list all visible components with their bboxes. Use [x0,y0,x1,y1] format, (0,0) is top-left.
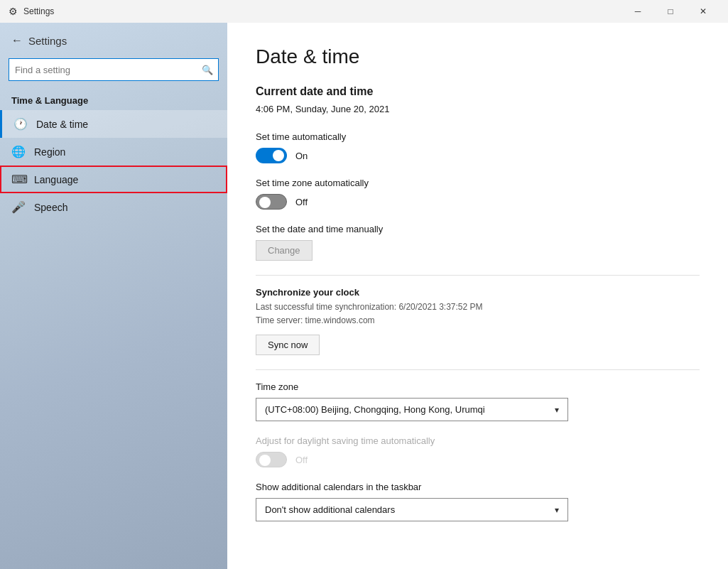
sync-last-sync: Last successful time synchronization: 6/… [256,300,700,314]
sync-now-button[interactable]: Sync now [256,335,320,355]
toggle-thumb [273,150,284,161]
search-icon: 🔍 [202,65,213,75]
calendars-chevron-down-icon: ▾ [555,505,559,515]
speech-icon: 🎤 [11,200,26,214]
minimize-button[interactable]: ─ [621,0,654,23]
search-input[interactable] [9,58,219,81]
sidebar-item-region[interactable]: 🌐 Region [0,138,227,166]
daylight-toggle-row: Off [256,452,700,467]
globe-icon: 🌐 [11,145,26,158]
clock-icon: 🕐 [13,117,28,131]
change-button: Change [256,240,313,261]
timezone-label: Time zone [256,381,700,392]
back-button[interactable]: ← Settings [0,28,227,53]
set-timezone-auto-row: Set time zone automatically Off [256,178,700,210]
sidebar-item-label-region: Region [34,146,65,158]
additional-calendars-row: Show additional calendars in the taskbar… [256,482,700,521]
set-timezone-auto-status: Off [295,197,308,207]
current-date-title: Current date and time [256,85,700,98]
sidebar-item-label-speech: Speech [34,202,67,213]
daylight-toggle[interactable] [256,452,287,467]
sync-clock-title: Synchronize your clock [256,287,700,298]
additional-calendars-label: Show additional calendars in the taskbar [256,482,700,492]
sidebar-item-language[interactable]: ⌨ Language [0,166,227,193]
sidebar-item-label-date-time: Date & time [36,119,88,130]
set-timezone-auto-toggle[interactable] [256,194,287,210]
sidebar-item-label-language: Language [34,174,78,185]
daylight-toggle-thumb [259,455,271,466]
set-time-auto-toggle[interactable] [256,148,287,163]
additional-calendars-dropdown[interactable]: Don't show additional calendars ▾ [256,498,568,521]
back-arrow-icon: ← [11,34,23,47]
sync-info-1: Last successful time synchronization: 6/… [256,300,700,327]
close-button[interactable]: ✕ [687,0,719,23]
title-bar: ⚙ Settings ─ □ ✕ [0,0,728,23]
sidebar: ← Settings 🔍 Time & Language 🕐 Date & ti… [0,23,227,569]
timezone-dropdown[interactable]: (UTC+08:00) Beijing, Chongqing, Hong Kon… [256,398,568,421]
daylight-label: Adjust for daylight saving time automati… [256,435,700,446]
sidebar-item-date-time[interactable]: 🕐 Date & time [0,110,227,138]
set-timezone-auto-label: Set time zone automatically [256,178,700,188]
search-container: 🔍 [9,58,219,81]
language-icon: ⌨ [11,173,26,186]
daylight-row: Adjust for daylight saving time automati… [256,435,700,467]
chevron-down-icon: ▾ [555,405,559,415]
divider-2 [256,369,700,370]
sidebar-item-speech[interactable]: 🎤 Speech [0,193,227,221]
timezone-value: (UTC+08:00) Beijing, Chongqing, Hong Kon… [265,404,485,415]
maximize-button[interactable]: □ [654,0,687,23]
set-time-auto-label: Set time automatically [256,131,700,142]
set-time-auto-status: On [295,151,308,161]
set-time-auto-row: Set time automatically On [256,131,700,163]
settings-icon: ⚙ [9,6,18,17]
app-body: ← Settings 🔍 Time & Language 🕐 Date & ti… [0,23,728,569]
window-controls: ─ □ ✕ [621,0,719,23]
daylight-status: Off [295,455,308,465]
set-timezone-auto-toggle-row: Off [256,194,700,210]
content-area: Date & time Current date and time 4:06 P… [227,23,728,569]
toggle-thumb-tz [259,197,271,208]
sidebar-app-title: Settings [28,35,67,47]
set-manual-row: Set the date and time manually Change [256,224,700,261]
title-bar-title: Settings [23,6,621,16]
page-title: Date & time [256,45,700,68]
additional-calendars-value: Don't show additional calendars [265,504,395,515]
timezone-row: Time zone (UTC+08:00) Beijing, Chongqing… [256,381,700,421]
sync-clock-row: Synchronize your clock Last successful t… [256,287,700,355]
sidebar-section-label: Time & Language [0,87,227,110]
set-time-auto-toggle-row: On [256,148,700,163]
set-manual-label: Set the date and time manually [256,224,700,234]
current-time-value: 4:06 PM, Sunday, June 20, 2021 [256,104,700,114]
divider-1 [256,275,700,276]
sync-server: Time server: time.windows.com [256,314,700,327]
